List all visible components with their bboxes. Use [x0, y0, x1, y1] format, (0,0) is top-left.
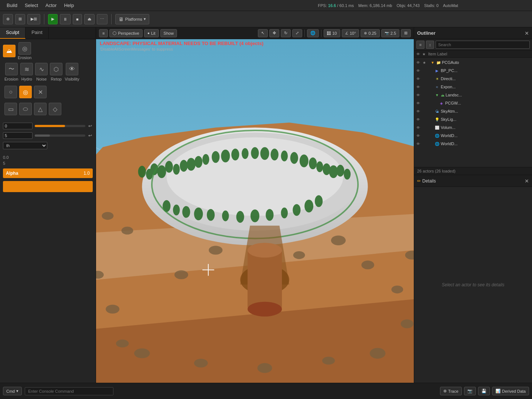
- details-edit-icon: ✏: [417, 178, 421, 184]
- shape-diamond-icon[interactable]: ◇: [49, 103, 61, 115]
- viewport-toolbar: ≡ Perspective ● Lit Show ↖ ✥ ↻ ⤢ 🌐: [96, 27, 414, 39]
- options-button[interactable]: ⋯: [97, 14, 108, 24]
- strength-value-label: 0.0: [3, 155, 93, 160]
- tool-labels-row: 〜 Erosion ≋ Hydro ∿ Noise ⬡ Retop 👁 Visi…: [3, 63, 93, 81]
- strength-input[interactable]: [3, 123, 33, 129]
- eject-button[interactable]: ⏏: [84, 14, 95, 24]
- tool-shapes-row: ○ ◎ ✕: [3, 84, 93, 100]
- svg-point-68: [209, 246, 222, 255]
- svg-point-13: [165, 161, 173, 173]
- svg-point-56: [102, 212, 113, 220]
- svg-point-20: [221, 150, 230, 163]
- tool-visibility-icon[interactable]: 👁: [66, 63, 78, 75]
- radius-input[interactable]: [3, 132, 33, 139]
- eye-icon-skylig: 👁: [416, 117, 422, 122]
- shape-oval-icon[interactable]: ⬭: [19, 103, 32, 115]
- play-button[interactable]: ▶: [48, 14, 58, 24]
- angle-snap-btn[interactable]: ∠ 10°: [342, 29, 359, 37]
- save-btn[interactable]: 💾: [478, 387, 490, 395]
- tool-erosion2-icon[interactable]: 〜: [5, 63, 18, 75]
- menu-help[interactable]: Help: [60, 0, 78, 11]
- save-icon: 💾: [481, 389, 487, 393]
- stop-button[interactable]: ■: [73, 14, 82, 24]
- outliner-item-landscape[interactable]: 👁 ▼ ⛰ Landsc...: [414, 91, 532, 99]
- svg-point-41: [236, 211, 244, 223]
- tool-erosion-label: Erosion: [18, 55, 31, 60]
- toolbar-view-btn[interactable]: ▶⊞: [27, 14, 40, 24]
- outliner-item-bp[interactable]: 👁 ▶ BP_PC...: [414, 66, 532, 75]
- outliner-search-input[interactable]: [436, 41, 530, 49]
- menu-build[interactable]: Build: [3, 0, 21, 11]
- outliner-close-btn[interactable]: ✕: [525, 30, 529, 36]
- outliner-item-expon[interactable]: 👁 ≈ Expon...: [414, 83, 532, 91]
- shape-ring-icon[interactable]: ◎: [19, 86, 32, 98]
- outliner-item-worldd2[interactable]: 👁 🌐 WorldD...: [414, 140, 532, 148]
- show-btn[interactable]: Show: [160, 29, 177, 37]
- radius-slider[interactable]: [35, 134, 85, 137]
- menu-select[interactable]: Select: [21, 0, 42, 11]
- brush-dropdown[interactable]: th: [3, 142, 47, 149]
- strength-row: ↩: [3, 123, 93, 129]
- translate-tool-btn[interactable]: ✥: [269, 29, 279, 37]
- world-space-btn[interactable]: 🌐: [307, 29, 319, 37]
- perspective-btn[interactable]: Perspective: [109, 29, 142, 37]
- skylight-icon: 💡: [434, 117, 440, 122]
- radius-undo-btn[interactable]: ↩: [88, 132, 93, 139]
- camera-btn[interactable]: 📷: [464, 387, 476, 395]
- pause-button[interactable]: ⏸: [60, 14, 71, 24]
- toolbar-mode-btn[interactable]: ⊞: [15, 14, 25, 24]
- derived-data-button[interactable]: 📊 Derived Data: [492, 387, 529, 395]
- shape-circle-icon[interactable]: ○: [4, 86, 17, 98]
- viewport-menu-btn[interactable]: ≡: [99, 29, 108, 37]
- cmd-button[interactable]: Cmd ▾: [3, 387, 22, 395]
- main-viewport[interactable]: ≡ Perspective ● Lit Show ↖ ✥ ↻ ⤢ 🌐: [96, 27, 414, 383]
- shape-rect-icon[interactable]: ▭: [4, 103, 17, 115]
- bp-icon: ▶: [434, 68, 440, 73]
- svg-point-25: [271, 149, 279, 160]
- lit-btn[interactable]: ● Lit: [144, 29, 159, 37]
- tab-paint[interactable]: Paint: [25, 27, 49, 39]
- outliner-item-directional[interactable]: 👁 ☀ Directi...: [414, 75, 532, 83]
- trace-button[interactable]: ⊕ Trace: [440, 387, 462, 395]
- item-name-wd1: WorldD...: [441, 133, 530, 138]
- tool-hydro-icon[interactable]: ≋: [20, 63, 33, 75]
- item-name-skyatm: SkyAtm...: [441, 109, 530, 113]
- viewport-layout-btn[interactable]: ⊞: [401, 29, 411, 37]
- strength-slider-fill: [35, 125, 65, 127]
- outliner-item-worldd1[interactable]: 👁 🌐 WorldD...: [414, 132, 532, 140]
- outliner-filter-btn[interactable]: ≡: [416, 41, 424, 49]
- tool-erosion-icon[interactable]: ◎: [18, 42, 31, 55]
- menu-actor[interactable]: Actor: [42, 0, 60, 11]
- rotate-tool-btn[interactable]: ↻: [281, 29, 291, 37]
- brush-selector-row: th: [3, 142, 93, 149]
- strength-undo-btn[interactable]: ↩: [88, 123, 93, 129]
- outliner-item-volum[interactable]: 👁 ⬜ Volum...: [414, 123, 532, 132]
- sculpt-tools-area: ⛰ ◎ Erosion 〜 Erosion ≋ Hydro ∿ Noise ⬡: [0, 39, 96, 120]
- outliner-item-pcgw[interactable]: 👁 ◈ PCGW...: [414, 99, 532, 107]
- outliner-sort-btn[interactable]: ↕: [426, 41, 434, 49]
- viewport-content[interactable]: X Y Z: [96, 39, 414, 383]
- shape-cross-icon[interactable]: ✕: [34, 86, 47, 98]
- move-tool-btn[interactable]: ↖: [258, 29, 268, 37]
- strength-slider[interactable]: [35, 125, 85, 127]
- tool-retop-icon[interactable]: ⬡: [50, 63, 62, 75]
- shape-tri-icon[interactable]: △: [34, 103, 47, 115]
- outliner-item-pcgauto[interactable]: 👁 ★ ▼ 📁 PCGAuto: [414, 58, 532, 66]
- details-close-btn[interactable]: ✕: [525, 178, 529, 184]
- grid-snap-btn[interactable]: 10: [324, 29, 340, 37]
- tool-noise-icon[interactable]: ∿: [35, 63, 48, 75]
- scale-tool-btn[interactable]: ⤢: [292, 29, 302, 37]
- outliner-item-skylig[interactable]: 👁 💡 SkyLig...: [414, 115, 532, 123]
- tab-sculpt[interactable]: Sculpt: [0, 27, 25, 39]
- tool-sculpt-icon[interactable]: ⛰: [3, 45, 16, 57]
- platforms-button[interactable]: 🖥 Platforms ▾: [115, 14, 149, 24]
- svg-point-71: [361, 260, 374, 269]
- toolbar-select-btn[interactable]: ⊕: [3, 14, 13, 24]
- scale-snap-btn[interactable]: ⊕ 0.25: [361, 29, 379, 37]
- camera-speed-btn[interactable]: 📷 2.5: [381, 29, 399, 37]
- item-name-volum: Volum...: [441, 125, 530, 130]
- outliner-item-skyatm[interactable]: 👁 🌤 SkyAtm...: [414, 107, 532, 115]
- actor-count: 26 actors (26 loaded): [414, 167, 532, 175]
- console-input[interactable]: [25, 387, 113, 395]
- outliner-section: Outliner ✕ ≡ ↕ 👁 ★ Item Label 👁 ★ ▼: [414, 27, 532, 175]
